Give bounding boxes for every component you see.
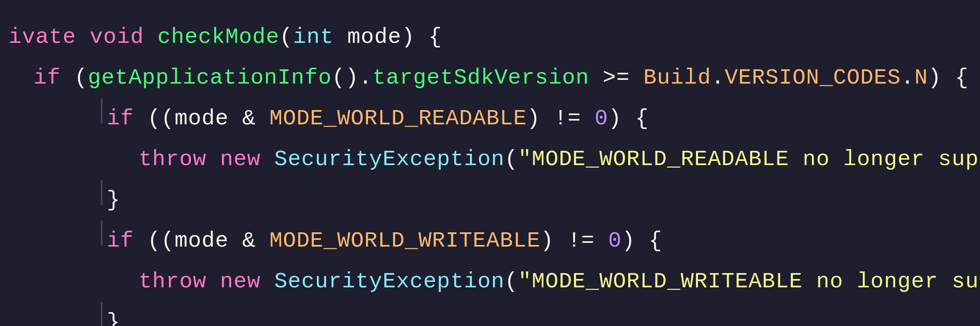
keyword-new-1: new: [220, 147, 274, 172]
code-line-7: throw new SecurityException("MODE_WORLD_…: [0, 261, 980, 302]
indent-bar-6: [101, 302, 103, 326]
const-mode-readable: MODE_WORLD_READABLE: [269, 106, 527, 131]
string-readable: "MODE_WORLD_READABLE no longer supported…: [518, 147, 980, 172]
const-n: N: [914, 66, 928, 90]
code-line-3: if ((mode & MODE_WORLD_READABLE) != 0) {: [0, 98, 980, 139]
type-securityexception-2: SecurityException: [274, 269, 504, 294]
number-0-2: 0: [608, 229, 622, 253]
indent-bar-4: [101, 221, 103, 246]
code-editor: ivate void checkMode(int mode) { if (get…: [0, 0, 980, 326]
type-securityexception-1: SecurityException: [274, 147, 504, 172]
indent-bar-1: [101, 98, 103, 124]
keyword-if-1: if: [34, 66, 74, 90]
const-mode-writeable: MODE_WORLD_WRITEABLE: [269, 229, 540, 253]
code-line-6: if ((mode & MODE_WORLD_WRITEABLE) != 0) …: [0, 221, 980, 261]
const-versioncodes: VERSION_CODES: [725, 66, 901, 90]
keyword-throw-2: throw: [139, 269, 220, 294]
keyword-if-2: if: [107, 106, 148, 131]
keyword-throw-1: throw: [139, 147, 220, 172]
type-int: int: [293, 25, 347, 50]
code-line-5: }: [0, 180, 980, 221]
keyword-void: void: [90, 25, 157, 50]
const-build: Build: [643, 66, 711, 90]
string-writeable: "MODE_WORLD_WRITEABLE no longer supporte…: [518, 269, 980, 294]
method-targetsdkversion: targetSdkVersion: [372, 66, 589, 90]
number-0-1: 0: [595, 106, 608, 131]
code-line-1: ivate void checkMode(int mode) {: [0, 17, 980, 58]
code-line-2: if (getApplicationInfo().targetSdkVersio…: [0, 58, 980, 98]
method-getappinfo: getApplicationInfo: [88, 66, 332, 90]
indent-bar-3: [101, 180, 103, 205]
keyword-if-3: if: [107, 229, 148, 253]
method-checkmode: checkMode: [158, 25, 279, 50]
code-line-4: throw new SecurityException("MODE_WORLD_…: [0, 139, 980, 180]
keyword-new-2: new: [220, 269, 274, 294]
code-line-8: }: [0, 302, 980, 326]
keyword-private: ivate: [8, 25, 90, 50]
